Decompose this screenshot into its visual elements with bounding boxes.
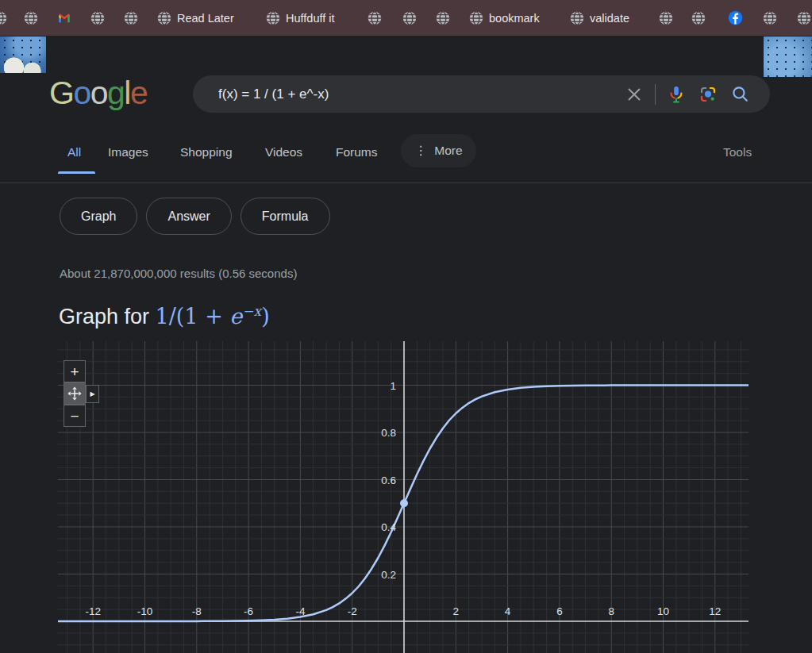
x-tick-label: -4 <box>295 605 305 617</box>
globe-icon <box>24 11 38 25</box>
bookmark-item[interactable] <box>124 0 138 36</box>
globe-icon <box>659 11 673 25</box>
tabs-divider <box>0 182 812 183</box>
bookmarks-bar: Read LaterHuffduff itbookmarkvalidate <box>0 0 812 36</box>
browser-theme-image-left <box>0 36 46 73</box>
search-result-tabs: ⋮ More Tools AllImagesShoppingVideosForu… <box>0 109 812 182</box>
globe-icon <box>436 11 450 25</box>
pan-arrows-icon <box>66 385 83 402</box>
lens-search-icon[interactable] <box>692 79 724 110</box>
x-tick-label: 12 <box>709 605 721 617</box>
bookmark-item[interactable] <box>402 0 417 36</box>
globe-icon <box>368 11 382 25</box>
bookmark-label: bookmark <box>489 12 540 25</box>
sigmoid-plot: -12-10-8-6-4-2246810120.20.40.60.81 <box>58 341 749 653</box>
bookmark-item-validate[interactable]: validate <box>570 0 629 36</box>
filter-chips: GraphAnswerFormula <box>60 198 330 235</box>
voice-search-icon[interactable] <box>660 79 692 110</box>
graph-zoom-out-button[interactable]: − <box>63 405 86 427</box>
tab-videos[interactable]: Videos <box>265 145 302 159</box>
graph-zoom-in-button[interactable]: + <box>63 360 86 382</box>
globe-icon <box>266 11 280 25</box>
globe-icon <box>691 11 706 25</box>
y-tick-label: 0.8 <box>381 427 396 439</box>
x-tick-label: 6 <box>556 605 563 617</box>
bookmark-item[interactable] <box>24 0 38 36</box>
logo-letter: g <box>107 75 124 111</box>
clear-search-icon[interactable] <box>618 79 650 110</box>
chip-formula[interactable]: Formula <box>241 198 330 235</box>
bookmark-label: Huffduff it <box>286 12 335 25</box>
google-results-page: Google <box>0 36 812 653</box>
globe-icon <box>124 11 138 25</box>
bookmark-item-read-later[interactable]: Read Later <box>157 0 234 36</box>
google-logo[interactable]: Google <box>49 75 147 111</box>
chip-graph[interactable]: Graph <box>60 198 137 235</box>
tab-shopping[interactable]: Shopping <box>180 145 233 159</box>
y-tick-label: 1 <box>390 380 396 392</box>
search-box[interactable] <box>193 75 770 113</box>
tab-more-label: More <box>434 144 462 158</box>
y-tick-label: 0.6 <box>381 474 396 486</box>
chip-answer[interactable]: Answer <box>146 198 231 235</box>
globe-icon <box>797 11 811 25</box>
logo-letter: e <box>130 75 147 111</box>
y-tick-label: 0.4 <box>381 521 396 533</box>
x-tick-label: 4 <box>505 605 511 617</box>
bookmark-item-huffduff-it[interactable]: Huffduff it <box>266 0 335 36</box>
tab-all[interactable]: All <box>67 145 81 159</box>
bookmark-item[interactable] <box>659 0 673 36</box>
tools-button[interactable]: Tools <box>723 145 752 159</box>
x-tick-label: -10 <box>137 605 153 617</box>
gmail-icon <box>57 11 71 25</box>
x-tick-label: 8 <box>608 605 614 617</box>
more-dots-icon: ⋮ <box>414 144 427 157</box>
curve-point-marker[interactable] <box>400 499 408 507</box>
x-tick-label: 2 <box>453 605 460 617</box>
globe-icon <box>90 11 105 25</box>
logo-letter: o <box>90 75 107 111</box>
function-graph-panel[interactable]: -12-10-8-6-4-2246810120.20.40.60.81 + ▶ … <box>58 341 749 653</box>
globe-icon <box>157 11 171 25</box>
bookmark-item[interactable] <box>368 0 382 36</box>
logo-letter: o <box>73 75 90 111</box>
bookmark-item[interactable] <box>728 0 743 36</box>
y-tick-label: 0.2 <box>381 569 396 581</box>
bookmark-label: validate <box>590 12 629 25</box>
x-tick-label: -2 <box>348 605 357 617</box>
title-prefix: Graph for <box>59 305 156 328</box>
graph-result-title: Graph for 1/(1 + e−x) <box>59 303 270 329</box>
graph-pan-button[interactable] <box>63 382 86 405</box>
browser-window: Read LaterHuffduff itbookmarkvalidate Go… <box>0 0 812 653</box>
facebook-icon <box>728 10 743 25</box>
bookmark-item[interactable] <box>763 0 777 36</box>
bookmark-item[interactable] <box>797 0 811 36</box>
x-tick-label: 10 <box>657 605 669 617</box>
bookmark-item-bookmark[interactable]: bookmark <box>469 0 540 36</box>
search-input[interactable] <box>217 86 618 103</box>
globe-icon <box>402 11 417 25</box>
bookmark-item[interactable] <box>57 0 71 36</box>
result-stats: About 21,870,000,000 results (0.56 secon… <box>60 267 297 280</box>
bookmark-item[interactable] <box>0 0 7 36</box>
logo-letter: l <box>124 75 130 111</box>
globe-icon <box>469 11 483 25</box>
x-tick-label: -6 <box>244 605 253 617</box>
active-tab-underline <box>58 171 95 174</box>
bookmark-item[interactable] <box>90 0 105 36</box>
globe-icon <box>570 11 584 25</box>
browser-theme-image-right <box>764 36 812 77</box>
search-submit-icon[interactable] <box>724 79 756 110</box>
globe-icon <box>763 11 777 25</box>
x-tick-label: -8 <box>192 605 202 617</box>
bookmark-item[interactable] <box>436 0 450 36</box>
bookmark-item[interactable] <box>691 0 706 36</box>
graph-controls-expand-button[interactable]: ▶ <box>86 385 99 403</box>
bookmark-label: Read Later <box>177 12 234 25</box>
tab-images[interactable]: Images <box>108 145 148 159</box>
tab-forums[interactable]: Forums <box>336 145 378 159</box>
x-tick-label: -12 <box>85 605 101 617</box>
title-formula: 1/(1 + e−x) <box>156 304 270 328</box>
tab-more[interactable]: ⋮ More <box>401 134 476 167</box>
logo-letter: G <box>49 75 73 111</box>
